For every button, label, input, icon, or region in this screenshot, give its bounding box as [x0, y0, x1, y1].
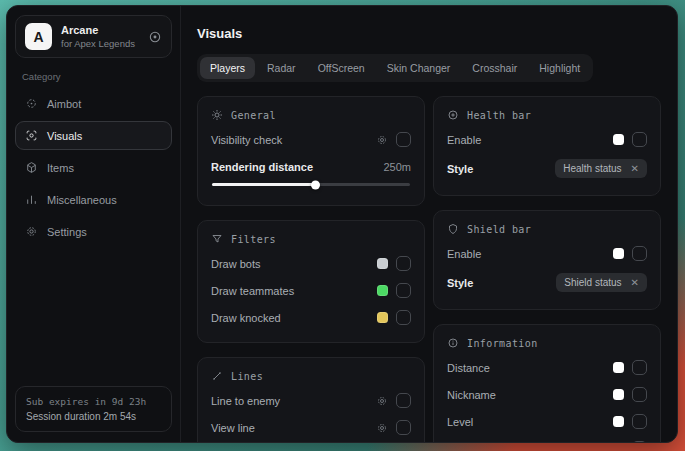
row-label: Nickname [447, 389, 496, 401]
shield-bar-header: Shield bar [447, 223, 647, 235]
row-label: Line to enemy [211, 395, 280, 407]
health-cross-icon [447, 109, 459, 121]
health-bar-card: Health bar Enable Style Health status [433, 96, 661, 196]
row-draw-knocked: Draw knocked [211, 304, 411, 331]
color-swatch[interactable] [377, 258, 388, 269]
left-column: General Visibility check Rendering dista… [197, 96, 425, 442]
subscription-info-card: Sub expires in 9d 23h Session duration 2… [15, 386, 172, 432]
row-shield-style: Style Shield status ✕ [447, 267, 647, 298]
gear-icon[interactable] [376, 134, 388, 146]
sidebar: A Arcane for Apex Legends Category Aimbo… [7, 6, 181, 442]
shield-icon [447, 223, 459, 235]
tab-crosshair[interactable]: Crosshair [462, 57, 527, 79]
section-title: Health bar [467, 110, 531, 121]
shield-bar-card: Shield bar Enable Style Shield status [433, 210, 661, 310]
row-label: Style [447, 163, 473, 175]
close-icon[interactable]: ✕ [631, 164, 639, 174]
row-label: Draw bots [211, 258, 261, 270]
checkbox[interactable] [632, 387, 647, 402]
tab-bar: Players Radar OffScreen Skin Changer Cro… [197, 54, 593, 82]
general-card: General Visibility check Rendering dista… [197, 96, 425, 206]
rendering-distance-slider[interactable] [212, 183, 410, 186]
row-draw-teammates: Draw teammates [211, 277, 411, 304]
sidebar-item-label: Settings [47, 226, 87, 238]
gear-icon[interactable] [376, 395, 388, 407]
sidebar-item-visuals[interactable]: Visuals [15, 121, 172, 150]
row-label: Distance [447, 362, 490, 374]
row-draw-bots: Draw bots [211, 250, 411, 277]
color-swatch[interactable] [377, 312, 388, 323]
style-select-value: Shield status [564, 277, 621, 288]
style-select-value: Health status [563, 163, 621, 174]
checkbox[interactable] [396, 393, 411, 408]
color-swatch[interactable] [613, 248, 624, 259]
checkbox[interactable] [632, 441, 647, 442]
content-columns: General Visibility check Rendering dista… [197, 96, 661, 442]
checkbox[interactable] [632, 360, 647, 375]
color-swatch[interactable] [613, 134, 624, 145]
tab-skin-changer[interactable]: Skin Changer [377, 57, 461, 79]
row-rendering-distance: Rendering distance 250m [211, 153, 411, 180]
sidebar-item-label: Visuals [47, 130, 82, 142]
row-visibility-check: Visibility check [211, 126, 411, 153]
sidebar-item-settings[interactable]: Settings [15, 217, 172, 246]
checkbox[interactable] [632, 132, 647, 147]
tab-radar[interactable]: Radar [257, 57, 306, 79]
row-view-line: View line [211, 414, 411, 441]
sub-expires-text: Sub expires in 9d 23h [26, 396, 161, 407]
info-icon [447, 337, 459, 349]
checkbox[interactable] [396, 132, 411, 147]
filters-header: Filters [211, 233, 411, 245]
row-label: Visibility check [211, 134, 282, 146]
row-label: Level [447, 416, 473, 428]
app-subtitle: for Apex Legends [61, 38, 135, 49]
color-swatch[interactable] [613, 416, 624, 427]
slider-value: 250m [383, 161, 411, 173]
row-label: Rendering distance [211, 161, 313, 173]
checkbox[interactable] [396, 283, 411, 298]
row-nickname: Nickname [447, 381, 647, 408]
row-health-enable: Enable [447, 126, 647, 153]
row-shield-enable: Enable [447, 240, 647, 267]
section-title: Lines [231, 371, 263, 382]
gear-icon [25, 225, 38, 238]
style-select[interactable]: Health status ✕ [555, 159, 647, 178]
page-title: Visuals [197, 26, 661, 41]
tab-highlight[interactable]: Highlight [529, 57, 590, 79]
style-select[interactable]: Shield status ✕ [556, 273, 647, 292]
color-swatch[interactable] [613, 389, 624, 400]
tab-players[interactable]: Players [200, 57, 255, 79]
checkbox[interactable] [396, 256, 411, 271]
close-icon[interactable]: ✕ [631, 278, 639, 288]
right-column: Health bar Enable Style Health status [433, 96, 661, 442]
checkbox[interactable] [396, 420, 411, 435]
crosshair-icon [25, 97, 38, 110]
information-header: Information [447, 337, 647, 349]
row-level: Level [447, 408, 647, 435]
main-panel: Visuals Players Radar OffScreen Skin Cha… [181, 6, 677, 442]
target-icon[interactable] [148, 30, 162, 44]
filters-card: Filters Draw bots Draw teammates [197, 220, 425, 343]
tab-offscreen[interactable]: OffScreen [308, 57, 375, 79]
sidebar-item-miscellaneous[interactable]: Miscellaneous [15, 185, 172, 214]
row-platform: Platform [447, 435, 647, 442]
sidebar-item-label: Miscellaneous [47, 194, 117, 206]
gear-icon[interactable] [376, 422, 388, 434]
color-swatch[interactable] [613, 362, 624, 373]
color-swatch[interactable] [377, 285, 388, 296]
sidebar-item-aimbot[interactable]: Aimbot [15, 89, 172, 118]
sidebar-item-label: Aimbot [47, 98, 81, 110]
sun-icon [211, 109, 223, 121]
sidebar-item-items[interactable]: Items [15, 153, 172, 182]
bar-chart-icon [25, 193, 38, 206]
checkbox[interactable] [632, 246, 647, 261]
checkbox[interactable] [396, 310, 411, 325]
eye-scan-icon [25, 129, 38, 142]
section-title: Information [467, 338, 538, 349]
lines-card: Lines Line to enemy View line [197, 357, 425, 442]
checkbox[interactable] [632, 414, 647, 429]
sidebar-nav: Aimbot Visuals Items Miscellaneous [15, 89, 172, 246]
row-health-style: Style Health status ✕ [447, 153, 647, 184]
slider-thumb[interactable] [311, 180, 320, 189]
brand-text: Arcane for Apex Legends [61, 24, 135, 49]
